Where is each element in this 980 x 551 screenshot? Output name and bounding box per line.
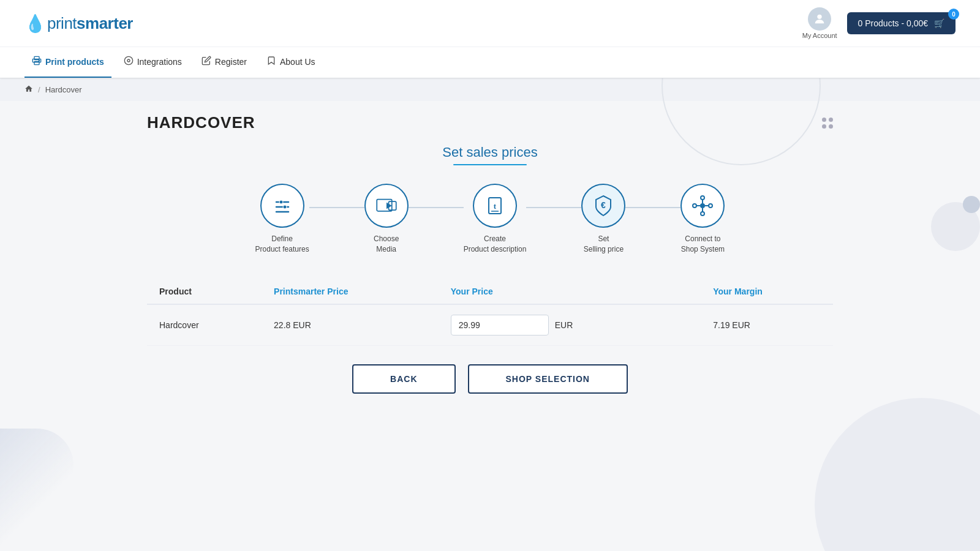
floating-indicator <box>963 196 980 213</box>
step-connect-shop[interactable]: Connect to Shop System <box>680 184 725 255</box>
step-label-connect: Connect to Shop System <box>681 234 725 255</box>
step-label-create: Create Product description <box>464 234 527 255</box>
print-icon <box>32 56 42 68</box>
grid-dot-2 <box>829 118 833 122</box>
step-label-define: Define Product features <box>255 234 309 255</box>
nav-register[interactable]: Register <box>194 47 254 78</box>
section-underline <box>453 164 527 165</box>
step-circle-connect <box>680 184 725 228</box>
cart-button[interactable]: 0 Products - 0,00€ 🛒 0 <box>847 12 956 34</box>
page-header: HARDCOVER <box>147 113 833 132</box>
your-price-input[interactable] <box>451 315 549 335</box>
svg-point-19 <box>700 203 705 208</box>
table-row: Hardcover 22.8 EUR EUR 7.19 EUR <box>147 304 833 346</box>
logo[interactable]: 💧 printsmarter <box>24 13 133 34</box>
grid-dot-3 <box>822 124 826 129</box>
svg-point-5 <box>124 56 132 64</box>
svg-point-4 <box>39 60 39 61</box>
col-printsmarter-price: Printsmarter Price <box>262 279 439 304</box>
svg-point-22 <box>693 204 696 208</box>
cart-icon: 🛒 <box>934 18 944 28</box>
breadcrumb: / Hardcover <box>0 78 980 101</box>
pricing-table: Product Printsmarter Price Your Price Yo… <box>147 279 833 346</box>
svg-text:€: € <box>601 200 606 210</box>
breadcrumb-current: Hardcover <box>45 85 82 94</box>
nav-integrations[interactable]: Integrations <box>116 47 189 78</box>
nav-print-products-label: Print products <box>45 57 104 67</box>
connector-1 <box>309 207 364 208</box>
step-set-price[interactable]: € Set Selling price <box>581 184 625 255</box>
svg-point-0 <box>817 15 821 19</box>
integrations-icon <box>124 56 134 68</box>
your-margin: 7.19 EUR <box>701 304 833 346</box>
header: 💧 printsmarter My Account 0 Products - 0… <box>0 0 980 78</box>
nav-integrations-label: Integrations <box>137 57 182 67</box>
shop-selection-button[interactable]: SHOP SELECTION <box>468 364 628 394</box>
nav-register-label: Register <box>215 57 247 67</box>
cart-label: 0 Products - 0,00€ <box>858 18 928 28</box>
grid-icon[interactable] <box>822 118 833 129</box>
step-define[interactable]: Define Product features <box>255 184 309 255</box>
step-label-set: Set Selling price <box>584 234 624 255</box>
stepper: Define Product features Choose Media <box>147 184 833 255</box>
cart-badge: 0 <box>948 9 959 20</box>
step-circle-create: t <box>473 184 517 228</box>
connector-3 <box>526 207 581 208</box>
svg-text:t: t <box>494 201 497 211</box>
connector-2 <box>409 207 464 208</box>
col-product: Product <box>147 279 262 304</box>
col-your-margin: Your Margin <box>701 279 833 304</box>
step-circle-define <box>260 184 304 228</box>
step-create-description[interactable]: t Create Product description <box>464 184 527 255</box>
account-label: My Account <box>802 32 837 39</box>
breadcrumb-separator: / <box>38 85 40 94</box>
about-icon <box>266 56 276 68</box>
svg-point-20 <box>701 196 704 200</box>
svg-point-21 <box>701 212 704 216</box>
logo-text: printsmarter <box>47 14 133 33</box>
logo-icon: 💧 <box>24 13 46 34</box>
nav-about-us[interactable]: About Us <box>259 47 323 78</box>
svg-point-23 <box>709 204 712 208</box>
product-name: Hardcover <box>147 304 262 346</box>
main-content: HARDCOVER Set sales prices Defi <box>123 101 858 418</box>
step-circle-set: € <box>581 184 625 228</box>
grid-dot-4 <box>829 124 833 129</box>
connector-4 <box>625 207 680 208</box>
printsmarter-price: 22.8 EUR <box>262 304 439 346</box>
page-title: HARDCOVER <box>147 113 255 132</box>
svg-point-10 <box>283 205 287 209</box>
svg-point-8 <box>279 200 283 204</box>
step-label-choose: Choose Media <box>374 234 399 255</box>
account-icon <box>808 7 831 31</box>
my-account-button[interactable]: My Account <box>802 7 837 39</box>
svg-point-6 <box>127 59 130 62</box>
col-your-price: Your Price <box>439 279 701 304</box>
currency-eur: EUR <box>555 320 573 330</box>
header-right: My Account 0 Products - 0,00€ 🛒 0 <box>802 7 956 39</box>
section-title: Set sales prices <box>147 144 833 160</box>
back-button[interactable]: BACK <box>352 364 455 394</box>
nav-print-products[interactable]: Print products <box>24 47 111 78</box>
grid-dot-1 <box>822 118 826 122</box>
breadcrumb-home-icon[interactable] <box>24 84 33 95</box>
step-choose-media[interactable]: Choose Media <box>364 184 409 255</box>
nav-about-us-label: About Us <box>280 57 315 67</box>
your-price-cell: EUR <box>439 304 701 346</box>
step-circle-choose <box>364 184 409 228</box>
register-icon <box>202 56 211 68</box>
action-buttons: BACK SHOP SELECTION <box>147 364 833 394</box>
main-nav: Print products Integrations Register <box>0 47 980 78</box>
